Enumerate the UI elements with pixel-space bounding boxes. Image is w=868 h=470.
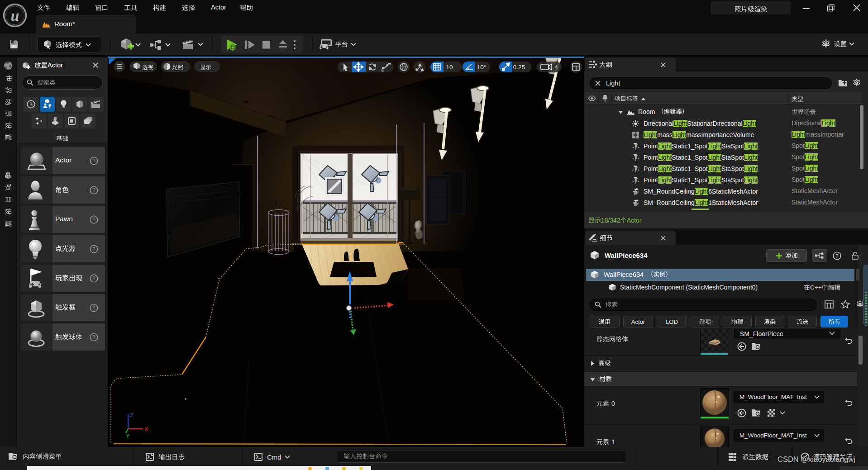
svg-text:10°: 10°: [477, 64, 486, 71]
svg-text:?: ?: [92, 305, 95, 310]
svg-text:u: u: [11, 7, 19, 24]
svg-text:4: 4: [554, 64, 558, 71]
svg-text:Z: Z: [130, 412, 134, 418]
svg-text:?: ?: [92, 334, 95, 340]
svg-text:?: ?: [835, 253, 838, 259]
svg-text:?: ?: [92, 275, 95, 281]
svg-text:10: 10: [446, 64, 453, 71]
svg-text:?: ?: [92, 187, 95, 193]
svg-text:?: ?: [92, 158, 95, 163]
svg-text:?: ?: [92, 217, 95, 222]
svg-text:?: ?: [92, 246, 95, 252]
svg-text:Y: Y: [126, 432, 130, 439]
svg-text:X: X: [144, 426, 148, 432]
svg-text:0.25: 0.25: [513, 64, 525, 71]
